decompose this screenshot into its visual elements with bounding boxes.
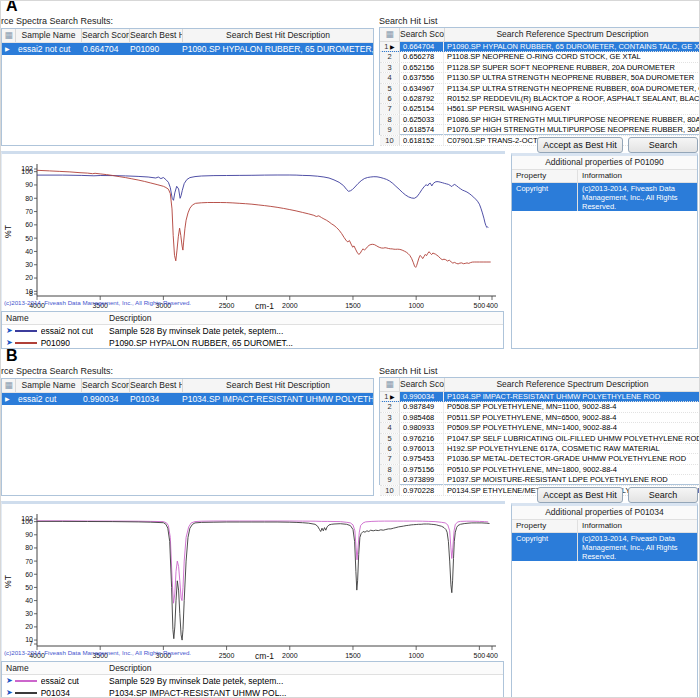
y-tick-label: 60 xyxy=(25,571,33,578)
hit-row-number: 4 xyxy=(380,423,400,432)
hit-description: P1076.SP HIGH STRENGTH MULTIPURPOSE NEOP… xyxy=(444,125,700,134)
hit-row-number: 6 xyxy=(380,94,400,103)
col-hit-description[interactable]: Search Reference Spectrum Description xyxy=(445,28,700,41)
legend-row[interactable]: ➤ essai2 cut Sample 529 By mvinsek Date … xyxy=(2,675,503,687)
row-selector-icon: ▶ xyxy=(2,43,15,55)
hit-list-rows: 1 ▶0.990034P1034.SP IMPACT-RESISTANT UHM… xyxy=(380,392,700,496)
properties-header-row: Property Information xyxy=(512,520,697,533)
property-row-copyright[interactable]: Copyright (c)2013-2014, Fiveash Data Man… xyxy=(512,533,697,561)
hit-row-number: 9 xyxy=(380,475,400,484)
col-information[interactable]: Information xyxy=(578,520,697,532)
spectrum-plot: 1021009080706050403020108400035003000250… xyxy=(2,154,505,312)
hit-list-header-row: ▦ Search Score Search Reference Spectrum… xyxy=(380,28,700,42)
hit-list-row[interactable]: 1 ▶0.990034P1034.SP IMPACT-RESISTANT UHM… xyxy=(380,392,700,402)
hit-list-grid: ▦ Search Score Search Reference Spectrum… xyxy=(379,377,700,485)
y-tick-label: 100 xyxy=(21,168,33,175)
x-tick-label: 500 xyxy=(474,302,486,309)
properties-header-row: Property Information xyxy=(512,170,697,183)
y-tick-label: 80 xyxy=(25,195,33,202)
search-residuals-button[interactable]: Search Residuals xyxy=(628,487,698,503)
hit-list-row[interactable]: 90.973899P1037.SP MOISTURE-RESISTANT LDP… xyxy=(380,475,700,485)
hit-list-row[interactable]: 50.634967P1134.SP ULTRA STRENGTH NEOPREN… xyxy=(380,84,700,94)
series-line-marker xyxy=(15,342,37,344)
spectrum-plot: 1021009080706050403020107400035003000250… xyxy=(2,504,505,662)
hit-row-number: 8 xyxy=(380,115,400,124)
hit-description: P0510.SP POLYETHYLENE, MN=1800, 9002-88-… xyxy=(444,465,700,474)
col-best-hit-description[interactable]: Search Best Hit Description xyxy=(183,379,373,392)
legend-series-description: Sample 528 By mvinsek Date petek, septem… xyxy=(107,325,503,337)
hit-list-row[interactable]: 60.976013H192.SP POLYETHYLENE 617A, COSM… xyxy=(380,444,700,454)
description-cell: P1034.SP IMPACT-RESISTANT UHMW POLYETHYL… xyxy=(179,393,373,405)
grid-corner-icon[interactable]: ▦ xyxy=(380,378,400,391)
hit-score: 0.637556 xyxy=(400,73,444,82)
hit-list-row[interactable]: 20.987849P0508.SP POLYETHYLENE, MN=1100,… xyxy=(380,402,700,412)
col-hit-score[interactable]: Search Score xyxy=(400,378,445,391)
hit-score: 0.985468 xyxy=(400,413,444,422)
hit-list-row[interactable]: 70.625154H561.SP PERSIL WASHING AGENT xyxy=(380,104,700,114)
col-sample-name[interactable]: Sample Name xyxy=(16,29,82,42)
x-tick-label: 2000 xyxy=(282,652,298,659)
hit-list-row[interactable]: 60.628792R0152.SP REDDEVIL(R) BLACKTOP &… xyxy=(380,94,700,104)
col-description: Description xyxy=(107,662,503,674)
hit-list-row[interactable]: 80.625033P1086.SP HIGH STRENGTH MULTIPUR… xyxy=(380,115,700,125)
copyright-watermark: (c)2013-2014, Fiveash Data Management, I… xyxy=(4,649,191,656)
hit-list-row[interactable]: 80.975156P0510.SP POLYETHYLENE, MN=1800,… xyxy=(380,465,700,475)
accept-best-hit-button[interactable]: Accept as Best Hit xyxy=(537,137,623,153)
col-hit-description[interactable]: Search Reference Spectrum Description xyxy=(445,378,700,391)
hit-description: R0152.SP REDDEVIL(R) BLACKTOP & ROOF, AS… xyxy=(444,94,700,103)
grid-corner-icon[interactable]: ▦ xyxy=(2,29,16,42)
col-search-score[interactable]: Search Score xyxy=(82,29,130,42)
hit-score: 0.987849 xyxy=(400,402,444,411)
legend-row[interactable]: ➤ essai2 not cut Sample 528 By mvinsek D… xyxy=(2,325,503,337)
y-tick-label: 60 xyxy=(25,221,33,228)
hit-list-row[interactable]: 20.656278P1108.SP NEOPRENE O-RING CORD S… xyxy=(380,52,700,62)
results-header-row: ▦ Sample Name Search Score Search Best H… xyxy=(2,379,373,393)
score-cell: 0.664704 xyxy=(80,43,127,55)
hit-list-row[interactable]: 70.975453P1036.SP METAL-DETECTOR-GRADE U… xyxy=(380,454,700,464)
col-best-hit[interactable]: Search Best Hit xyxy=(130,29,183,42)
spectrum-trace-P01090 xyxy=(37,170,491,267)
legend-arrow-icon: ➤ xyxy=(6,325,13,337)
spectrum-chart-b: 1021009080706050403020107400035003000250… xyxy=(1,501,505,662)
hit-description: P1034.SP IMPACT-RESISTANT UHMW POLYETHYL… xyxy=(444,392,700,401)
legend-row[interactable]: ➤ P01034 P1034.SP IMPACT-RESISTANT UHMW … xyxy=(2,687,503,698)
col-information[interactable]: Information xyxy=(578,170,697,182)
col-sample-name[interactable]: Sample Name xyxy=(16,379,82,392)
grid-corner-icon[interactable]: ▦ xyxy=(380,28,400,41)
hit-list-row[interactable]: 40.637556P1130.SP ULTRA STRENGTH NEOPREN… xyxy=(380,73,700,83)
property-row-copyright[interactable]: Copyright (c)2013-2014, Fiveash Data Man… xyxy=(512,183,697,211)
grid-corner-icon[interactable]: ▦ xyxy=(2,379,16,392)
hit-description: P1036.SP METAL-DETECTOR-GRADE UHMW POLYE… xyxy=(444,454,700,463)
accept-best-hit-button[interactable]: Accept as Best Hit xyxy=(537,487,623,503)
y-tick-label: 80 xyxy=(25,544,33,551)
hit-list-row[interactable]: 50.976216P1047.SP SELF LUBRICATING OIL-F… xyxy=(380,434,700,444)
col-best-hit-description[interactable]: Search Best Hit Description xyxy=(183,29,373,42)
hit-list-row[interactable]: 40.980933P0509.SP POLYETHYLENE, MN=1400,… xyxy=(380,423,700,433)
col-property[interactable]: Property xyxy=(512,520,578,532)
col-best-hit[interactable]: Search Best Hit xyxy=(130,379,183,392)
hit-list-row[interactable]: 1 ▶0.664704P1090.SP HYPALON RUBBER, 65 D… xyxy=(380,42,700,52)
spectrum-trace-essai2-not-cut xyxy=(37,175,488,228)
y-tick-label: 7 xyxy=(29,640,33,647)
hit-row-number: 1 ▶ xyxy=(380,392,400,401)
hit-row-number: 9 xyxy=(380,125,400,134)
hit-row-number: 2 xyxy=(380,402,400,411)
col-property[interactable]: Property xyxy=(512,170,578,182)
hit-list-title: Search Hit List xyxy=(379,15,700,27)
search-residuals-button[interactable]: Search Residuals xyxy=(628,137,698,153)
col-hit-score[interactable]: Search Score xyxy=(400,28,445,41)
col-search-score[interactable]: Search Score xyxy=(82,379,130,392)
app-window: A rce Spectra Search Results: ▦ Sample N… xyxy=(0,0,700,698)
property-value-cell: (c)2013-2014, Fiveash Data Management, I… xyxy=(578,183,697,211)
hit-list-row[interactable]: 30.652156P1128.SP SUPER SOFT NEOPRENE RU… xyxy=(380,63,700,73)
legend-series-description: P1034.SP IMPACT-RESISTANT UHMW POL... xyxy=(107,687,503,698)
x-axis-label: cm-1 xyxy=(255,301,274,311)
hit-score: 0.652156 xyxy=(400,63,444,72)
hit-list-row[interactable]: 90.618574P1076.SP HIGH STRENGTH MULTIPUR… xyxy=(380,125,700,135)
hit-list-row[interactable]: 30.985468P0511.SP POLYETHYLENE, MN=6500,… xyxy=(380,413,700,423)
hit-row-number: 2 xyxy=(380,52,400,61)
results-row[interactable]: ▶ essai2 cut 0.990034 P01034 P1034.SP IM… xyxy=(2,393,373,405)
results-title: rce Spectra Search Results: xyxy=(1,365,374,377)
results-row[interactable]: ▶ essai2 not cut 0.664704 P01090 P1090.S… xyxy=(2,43,373,55)
legend-row[interactable]: ➤ P01090 P1090.SP HYPALON RUBBER, 65 DUR… xyxy=(2,337,503,349)
